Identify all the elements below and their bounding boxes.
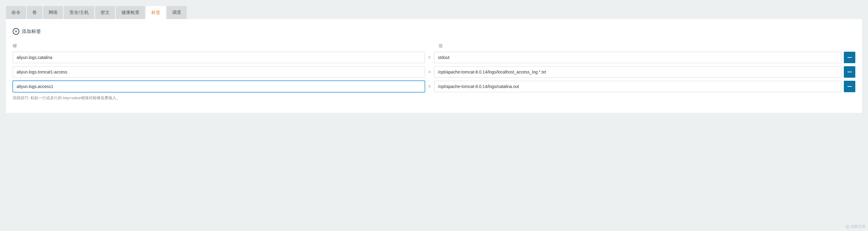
tab-scheduling[interactable]: 调度 <box>167 6 187 19</box>
value-input[interactable] <box>434 81 841 92</box>
key-input[interactable] <box>13 81 425 92</box>
remove-row-button[interactable] <box>844 81 855 92</box>
kv-row: = <box>13 81 855 92</box>
hint-text: 高级技巧: 粘贴一行或多行的 key=value键值对能够批量输入。 <box>13 95 855 101</box>
add-label-button[interactable]: + 添加标签 <box>13 28 855 35</box>
kv-row: = <box>13 66 855 78</box>
header-key: 键 <box>13 43 430 49</box>
minus-icon <box>847 86 852 87</box>
kv-row: = <box>13 52 855 63</box>
tab-network[interactable]: 网络 <box>43 6 63 19</box>
equals-sign: = <box>425 69 434 75</box>
key-input[interactable] <box>13 52 425 63</box>
header-eq <box>430 43 438 49</box>
minus-icon <box>847 57 852 58</box>
tab-command[interactable]: 命令 <box>6 6 26 19</box>
tabs-bar: 命令 卷 网络 安全/主机 密文 健康检查 标签 调度 <box>6 6 862 19</box>
tab-volumes[interactable]: 卷 <box>27 6 42 19</box>
tab-secrets[interactable]: 密文 <box>95 6 115 19</box>
value-input[interactable] <box>434 52 841 63</box>
remove-row-button[interactable] <box>844 66 855 78</box>
plus-icon: + <box>13 28 19 35</box>
key-input[interactable] <box>13 66 425 78</box>
labels-panel: + 添加标签 键 值 = = = 高级技巧: 粘贴一行或多行的 key=valu <box>6 19 862 113</box>
tab-healthcheck[interactable]: 健康检查 <box>116 6 145 19</box>
tab-security-host[interactable]: 安全/主机 <box>64 6 94 19</box>
equals-sign: = <box>425 55 434 60</box>
tab-labels[interactable]: 标签 <box>146 6 166 19</box>
value-input[interactable] <box>434 66 841 78</box>
minus-icon <box>847 71 852 73</box>
header-value: 值 <box>438 43 855 49</box>
kv-headers: 键 值 <box>13 43 855 49</box>
remove-row-button[interactable] <box>844 52 855 63</box>
equals-sign: = <box>425 84 434 89</box>
add-label-text: 添加标签 <box>22 28 41 35</box>
page-root: 命令 卷 网络 安全/主机 密文 健康检查 标签 调度 + 添加标签 键 值 =… <box>0 0 868 119</box>
